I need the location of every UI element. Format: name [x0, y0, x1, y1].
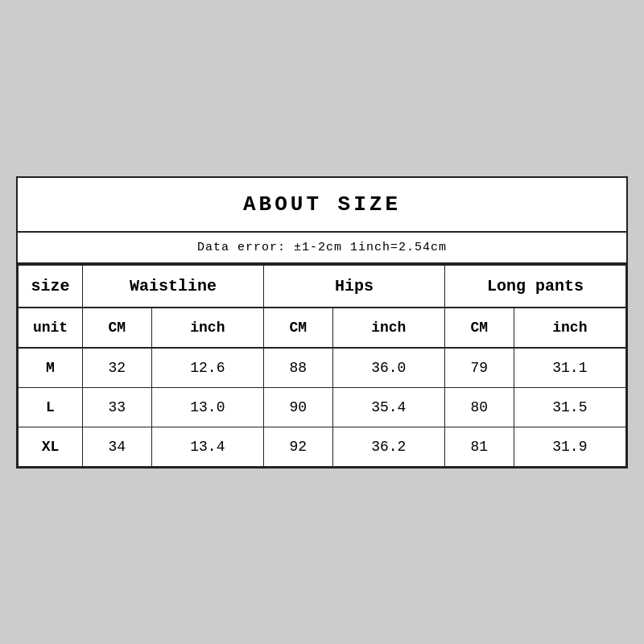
- hips-inch-m: 36.0: [332, 348, 444, 388]
- header-size: size: [19, 265, 83, 308]
- waist-cm-l: 33: [83, 387, 152, 427]
- size-l: L: [19, 387, 83, 427]
- unit-label: unit: [19, 308, 83, 348]
- hips-cm-m: 88: [263, 348, 332, 388]
- unit-cm3: CM: [444, 308, 514, 348]
- header-hips: Hips: [263, 265, 444, 308]
- hips-cm-l: 90: [263, 387, 332, 427]
- size-chart-container: ABOUT SIZE Data error: ±1-2cm 1inch=2.54…: [16, 176, 628, 469]
- waist-inch-m: 12.6: [151, 348, 263, 388]
- unit-inch1: inch: [151, 308, 263, 348]
- size-xl: XL: [19, 427, 83, 466]
- table-row: M 32 12.6 88 36.0 79 31.1: [19, 348, 626, 388]
- long-inch-m: 31.1: [514, 348, 625, 388]
- long-cm-xl: 81: [444, 427, 514, 466]
- long-inch-xl: 31.9: [514, 427, 625, 466]
- table-row: L 33 13.0 90 35.4 80 31.5: [19, 387, 626, 427]
- header-long-pants: Long pants: [444, 265, 625, 308]
- waist-inch-xl: 13.4: [151, 427, 263, 466]
- unit-cm1: CM: [83, 308, 152, 348]
- size-table: size Waistline Hips Long pants unit CM i…: [18, 264, 626, 467]
- chart-subtitle: Data error: ±1-2cm 1inch=2.54cm: [18, 233, 626, 264]
- long-inch-l: 31.5: [514, 387, 625, 427]
- waist-cm-xl: 34: [83, 427, 152, 466]
- category-header-row: size Waistline Hips Long pants: [19, 265, 626, 308]
- size-m: M: [19, 348, 83, 388]
- hips-inch-xl: 36.2: [332, 427, 444, 466]
- hips-cm-xl: 92: [263, 427, 332, 466]
- long-cm-l: 80: [444, 387, 514, 427]
- unit-inch3: inch: [514, 308, 625, 348]
- table-row: XL 34 13.4 92 36.2 81 31.9: [19, 427, 626, 466]
- hips-inch-l: 35.4: [332, 387, 444, 427]
- unit-cm2: CM: [263, 308, 332, 348]
- long-cm-m: 79: [444, 348, 514, 388]
- waist-cm-m: 32: [83, 348, 152, 388]
- chart-title: ABOUT SIZE: [18, 178, 626, 233]
- waist-inch-l: 13.0: [151, 387, 263, 427]
- unit-inch2: inch: [332, 308, 444, 348]
- header-waistline: Waistline: [83, 265, 264, 308]
- unit-row: unit CM inch CM inch CM inch: [19, 308, 626, 348]
